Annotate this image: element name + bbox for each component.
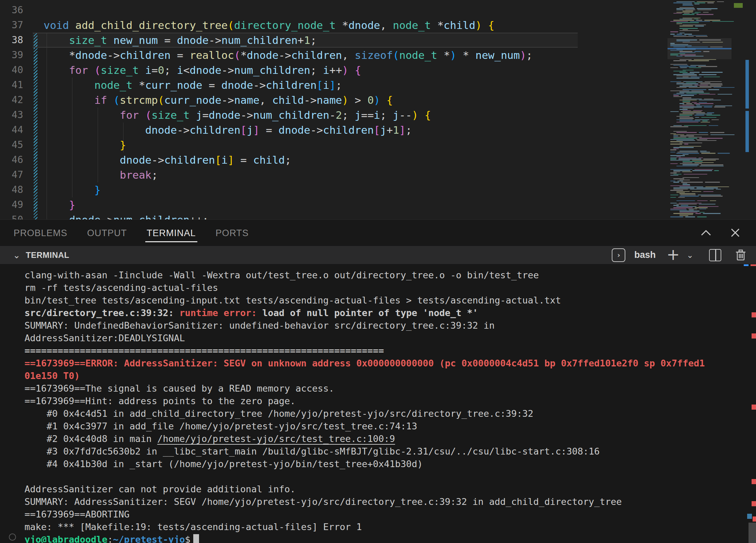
minimap-code-row [694, 59, 716, 60]
panel-tab-problems[interactable]: PROBLEMS [6, 220, 75, 246]
minimap-code-row [696, 14, 713, 15]
kill-terminal-icon[interactable] [736, 249, 746, 261]
code-line[interactable]: 44 dnode->children[j] = dnode->children[… [0, 122, 668, 137]
terminal-scrollbar-thumb[interactable] [749, 523, 756, 543]
code-line[interactable]: 41 node_t *curr_node = dnode->children[i… [0, 78, 668, 93]
minimap-code-row [679, 180, 690, 180]
minimap-code-row [670, 159, 676, 159]
minimap-code-row [680, 67, 687, 68]
code-line[interactable]: 38 size_t new_num = dnode->num_children+… [0, 33, 668, 48]
minimap-code-row [683, 162, 692, 163]
minimap-code-row [705, 182, 720, 182]
panel-tab-terminal[interactable]: TERMINAL [139, 220, 203, 246]
terminal-controls: › bash + ⌄ [612, 248, 746, 262]
line-number: 44 [0, 122, 23, 137]
minimap-code-row [676, 39, 697, 40]
minimap-code-row [670, 190, 683, 191]
split-terminal-icon[interactable] [709, 249, 721, 261]
code-text: void add_child_directory_tree(directory_… [44, 18, 494, 33]
minimap-code-row [680, 163, 702, 164]
minimap-code-row [670, 216, 683, 217]
minimap-code-row [696, 114, 712, 114]
minimap-code-row [688, 60, 709, 61]
minimap-code-row [707, 2, 713, 3]
minimap-code-row [683, 70, 694, 70]
minimap[interactable] [668, 0, 732, 219]
minimap-code-row [695, 213, 701, 214]
terminal-lines-container: clang-with-asan -Iinclude -Wall -Wextra … [24, 269, 705, 543]
code-line[interactable]: 46 dnode->children[i] = child; [0, 152, 668, 167]
line-number: 38 [0, 33, 23, 48]
minimap-code-row [683, 29, 688, 30]
minimap-code-row [703, 51, 709, 52]
panel-tab-output[interactable]: OUTPUT [80, 220, 134, 246]
code-line[interactable]: 48 } [0, 182, 668, 197]
gutter-space [23, 63, 44, 78]
minimap-code-row [670, 50, 683, 51]
terminal-scroll-mark-blue [744, 264, 749, 266]
minimap-code-row [676, 204, 697, 204]
new-terminal-icon[interactable]: + [667, 248, 680, 261]
minimap-code-row [697, 200, 708, 201]
code-line[interactable]: 42 if (strcmp(curr_node->name, child->na… [0, 93, 668, 108]
terminal-scroll-mark-red [752, 405, 756, 410]
minimap-code-row [681, 182, 703, 182]
minimap-code-row [679, 52, 695, 53]
terminal-line: SUMMARY: AddressSanitizer: SEGV /home/yj… [24, 495, 705, 508]
minimap-code-row [691, 90, 704, 91]
gutter-space [23, 33, 44, 48]
code-line[interactable]: 40 for (size_t i=0; i<dnode->num_childre… [0, 63, 668, 78]
maximize-panel-icon[interactable] [700, 227, 712, 238]
command-decoration-circle-icon[interactable] [9, 533, 16, 541]
minimap-code-row [670, 34, 675, 34]
minimap-code-row [715, 105, 732, 106]
minimap-code-row [677, 152, 698, 152]
minimap-code-row [670, 175, 678, 176]
minimap-code-row [670, 54, 678, 55]
gutter-space [23, 93, 44, 108]
minimap-code-row [696, 36, 708, 37]
code-line[interactable]: 47 break; [0, 167, 668, 182]
gutter-space [23, 167, 44, 182]
minimap-code-row [691, 77, 702, 77]
minimap-code-row [679, 212, 697, 213]
minimap-code-row [676, 206, 696, 207]
terminal-profile-icon[interactable]: › [612, 248, 625, 262]
code-line[interactable]: 50 dnode->num_children++; [0, 212, 668, 219]
minimap-code-row [676, 8, 695, 9]
code-line[interactable]: 45 } [0, 137, 668, 152]
minimap-code-row [673, 20, 694, 20]
code-line[interactable]: 36 [0, 3, 668, 18]
terminal-line: 01e150 T0) [24, 369, 705, 382]
minimap-code-row [670, 152, 675, 152]
chevron-down-icon[interactable]: ⌄ [13, 250, 20, 260]
minimap-code-row [705, 186, 729, 187]
minimap-code-row [692, 102, 696, 103]
panel-tab-ports[interactable]: PORTS [208, 220, 257, 246]
minimap-code-row [681, 205, 688, 205]
terminal-launch-dropdown-icon[interactable]: ⌄ [687, 250, 693, 260]
minimap-code-row [673, 134, 684, 135]
minimap-code-row [670, 21, 688, 22]
code-line[interactable]: 37void add_child_directory_tree(director… [0, 18, 668, 33]
line-number: 43 [0, 108, 23, 122]
minimap-code-row [710, 132, 724, 133]
minimap-code-row [683, 18, 701, 18]
code-line[interactable]: 39 *dnode->children = realloc(*dnode->ch… [0, 48, 668, 63]
minimap-code-row [676, 22, 699, 23]
file-link[interactable]: /home/yjo/pretest-yjo/src/test_tree.c:10… [157, 433, 395, 444]
code-line[interactable]: 43 for (size_t j=dnode->num_children-2; … [0, 108, 668, 122]
minimap-code-row [679, 203, 702, 203]
close-panel-icon[interactable] [729, 227, 741, 238]
minimap-code-row [673, 187, 694, 188]
code-editor[interactable]: 3637void add_child_directory_tree(direct… [0, 0, 756, 219]
code-line[interactable]: 49 } [0, 197, 668, 212]
minimap-code-row [680, 135, 694, 136]
minimap-code-row [683, 73, 694, 74]
minimap-code-row [683, 112, 705, 113]
minimap-code-row [704, 99, 713, 99]
overview-ruler-modified-mark [745, 60, 749, 109]
terminal-output-area[interactable]: clang-with-asan -Iinclude -Wall -Wextra … [0, 264, 756, 543]
minimap-code-row [679, 114, 694, 114]
minimap-code-row [673, 96, 682, 97]
